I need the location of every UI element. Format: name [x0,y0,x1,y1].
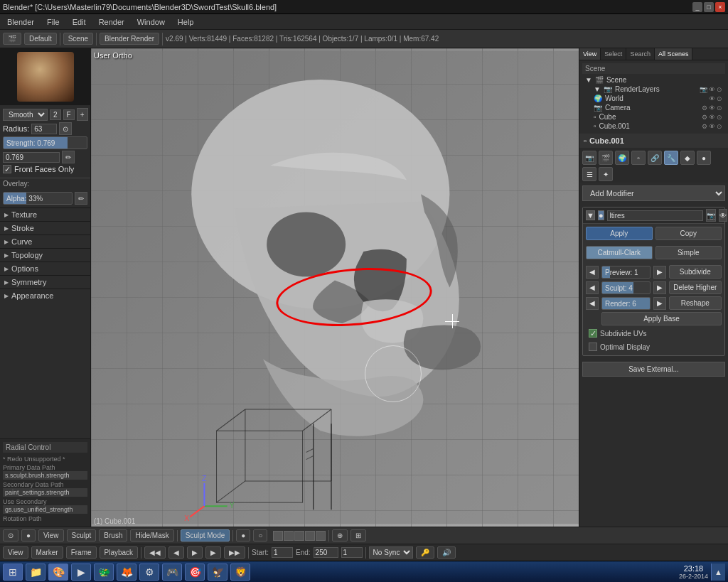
current-frame-input[interactable] [341,547,363,558]
start-button[interactable]: ⊞ [3,564,23,581]
taskbar-media[interactable]: ▶ [71,564,91,581]
engine-icon[interactable]: 🎬 [3,33,21,45]
add-modifier-select[interactable]: Add Modifier [582,185,725,201]
optimal-display-checkbox[interactable] [589,343,597,351]
taskbar-app-4[interactable]: 🎯 [185,564,205,581]
taskbar-app-3[interactable]: 🐲 [94,564,114,581]
renderer-selector[interactable]: Blender Render [100,33,159,45]
tab-all-scenes[interactable]: All Scenes [655,48,693,60]
bt-brush[interactable]: Brush [99,529,127,541]
taskbar-folder[interactable]: 📁 [26,564,46,581]
render-right-btn[interactable]: ▶ [653,297,666,310]
layout-selector[interactable]: Default [24,33,57,45]
prop-constraints-icon[interactable]: 🔗 [648,151,662,165]
menu-edit[interactable]: Edit [70,16,89,28]
strength-input[interactable] [3,152,60,163]
render-left-btn[interactable]: ◀ [586,297,599,310]
preview-right-btn[interactable]: ▶ [653,266,666,279]
cube-render-icon[interactable]: ⊙ [717,114,722,121]
subdivide-uvs-checkbox[interactable]: ✓ [589,329,597,338]
layer-btn-5[interactable] [316,531,326,541]
radius-input[interactable] [31,124,57,134]
tab-search[interactable]: Search [626,48,655,60]
viewport-3d[interactable]: Y Z X User Ortho (1) Cube.001 [91,48,579,527]
bt-hidemask[interactable]: Hide/Mask [130,529,173,541]
menu-file[interactable]: File [44,16,63,28]
menu-window[interactable]: Window [134,16,168,28]
curve-header[interactable]: ▶ Curve [0,235,90,248]
close-button[interactable]: × [715,2,725,12]
next-key-btn[interactable]: ▶ [205,546,221,559]
taskbar-game[interactable]: 🎮 [162,564,182,581]
scene-selector[interactable]: Scene [63,33,93,45]
taskbar-app-5[interactable]: 🦅 [208,564,228,581]
menu-render[interactable]: Render [96,16,127,28]
options-header[interactable]: ▶ Options [0,262,90,275]
layer-btn-2[interactable] [284,531,294,541]
front-faces-row[interactable]: ✓ Front Faces Only [3,165,87,173]
appearance-header[interactable]: ▶ Appearance [0,289,90,302]
symmetry-header[interactable]: ▶ Symmetry [0,276,90,289]
tab-view[interactable]: View [579,48,601,60]
cube001-settings-icon[interactable]: ⚙ [702,123,707,130]
modifier-name-input[interactable] [607,210,703,221]
next-frame-btn[interactable]: ▶▶ [224,546,245,559]
outliner-renderlayers[interactable]: ▼ 📷 RenderLayers 📷 👁 ⊙ [582,85,725,94]
outliner-camera[interactable]: 📷 Camera ⚙ 👁 ⊙ [582,103,725,112]
bt-icon-2[interactable]: ⊞ [350,529,366,541]
outliner-scene[interactable]: ▼ 🎬 Scene [582,75,725,85]
prop-render-icon[interactable]: 📷 [582,151,596,165]
modifier-enabled[interactable]: ● [598,210,604,220]
apply-button[interactable]: Apply [586,227,653,240]
copy-button[interactable]: Copy [655,227,722,240]
save-external-button[interactable]: Save External... [582,362,725,377]
taskbar-blender[interactable]: 🎨 [48,564,68,581]
bt-dot[interactable]: ● [21,529,36,541]
prev-key-btn[interactable]: ◀ [168,546,184,559]
renderlayers-camera-icon[interactable]: 📷 [700,86,707,93]
simple-button[interactable]: Simple [655,246,722,259]
fb-playback[interactable]: Playback [100,546,139,559]
alpha-edit-icon[interactable]: ✏ [75,192,87,205]
prop-particles-icon[interactable]: ✦ [599,167,613,181]
cube-settings-icon[interactable]: ⚙ [702,114,707,121]
keying-icon[interactable]: 🔑 [416,546,434,559]
camera-render-icon[interactable]: ⊙ [717,104,722,112]
fb-view[interactable]: View [3,546,28,559]
bt-mode-icon[interactable]: ● [236,529,250,541]
cube001-render-icon[interactable]: ⊙ [717,123,722,130]
cube-eye-icon[interactable]: 👁 [709,114,715,121]
bt-view[interactable]: View [38,529,64,541]
brush-menu-icon[interactable]: + [77,108,88,121]
outliner-cube001[interactable]: ▫ Cube.001 ⚙ 👁 ⊙ [582,122,725,131]
renderlayers-eye-icon[interactable]: 👁 [709,86,715,93]
outliner-cube[interactable]: ▫ Cube ⚙ 👁 ⊙ [582,112,725,122]
prev-frame-btn[interactable]: ◀◀ [144,546,166,559]
preview-slider[interactable]: Preview: 1 [601,266,651,279]
play-btn[interactable]: ▶ [187,546,203,559]
taskbar-firefox[interactable]: 🦊 [117,564,136,581]
prop-object-icon[interactable]: ▫ [631,151,646,165]
taskbar-app-6[interactable]: 🦁 [230,564,250,581]
bt-circle[interactable]: ○ [253,529,267,541]
texture-header[interactable]: ▶ Texture [0,208,90,221]
preview-left-btn[interactable]: ◀ [586,266,599,279]
menu-blender[interactable]: Blender [4,16,37,28]
cube001-eye-icon[interactable]: 👁 [709,123,715,130]
notification-area[interactable]: ▲ [711,564,725,581]
apply-base-button[interactable]: Apply Base [601,312,722,325]
bt-sculpt-mode[interactable]: Sculpt Mode [181,529,230,541]
fb-marker[interactable]: Marker [31,546,63,559]
subdivide-button[interactable]: Subdivide [669,265,722,279]
bt-icon-1[interactable]: ⊕ [332,529,348,541]
menu-help[interactable]: Help [175,16,197,28]
brush-f-btn[interactable]: F [63,109,75,120]
camera-settings-icon[interactable]: ⚙ [702,104,707,112]
delete-higher-button[interactable]: Delete Higher [669,281,722,294]
view-icon[interactable]: ⊙ [3,529,18,541]
modifier-camera-icon[interactable]: 📷 [706,209,716,222]
sculpt-slider[interactable]: Sculpt: 4 [601,281,651,294]
prop-texture-icon[interactable]: ☰ [582,167,596,181]
tab-select[interactable]: Select [601,48,626,60]
prop-material-icon[interactable]: ● [697,151,711,165]
